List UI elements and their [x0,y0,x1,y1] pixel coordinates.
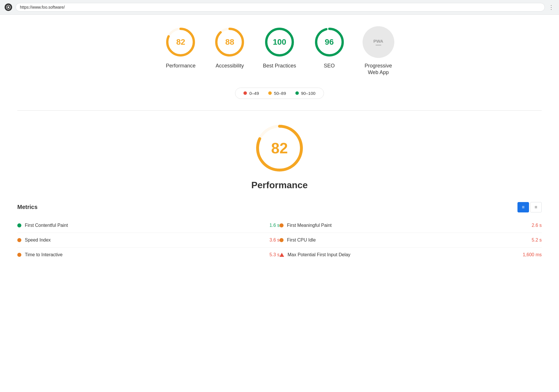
score-label-pwa: ProgressiveWeb App [365,63,392,76]
score-value-seo: 96 [325,37,334,47]
pwa-label: PWA [373,39,383,44]
big-score-value: 82 [271,140,288,157]
view-toggle: ≡ ≡ [517,202,542,212]
metric-row-si: Speed Index 3.6 s [17,233,280,248]
metric-name-mpfid: Max Potential First Input Delay [288,252,519,257]
metrics-grid: First Contentful Paint 1.6 s Speed Index… [17,218,542,262]
legend-dot-low [243,91,247,95]
metrics-header: Metrics ≡ ≡ [17,202,542,212]
metric-name-tti: Time to Interactive [25,252,266,257]
score-label-performance: Performance [166,63,196,69]
score-item-best-practices: 100 Best Practices [263,26,296,69]
browser-menu-icon[interactable]: ⋮ [548,4,554,11]
metric-name-si: Speed Index [25,238,266,243]
legend-item-low: 0–49 [243,91,259,96]
list-view-button[interactable]: ≡ [517,202,529,212]
score-value-performance: 82 [176,37,185,47]
metric-indicator-si [17,238,21,242]
main-content: 82 Performance 88 Accessibility [0,15,559,274]
legend-item-high: 90–100 [295,91,316,96]
circle-accessibility: 88 [214,26,245,58]
metrics-title: Metrics [17,204,37,210]
legend-item-mid: 50–89 [268,91,286,96]
metric-row-mpfid: Max Potential First Input Delay 1,600 ms [280,248,542,262]
browser-logo [5,3,12,11]
list-view-icon: ≡ [522,205,524,210]
metric-name-fci: First CPU Idle [287,238,528,243]
score-value-best-practices: 100 [273,37,286,47]
metric-indicator-fci [280,238,284,242]
metrics-col-right: First Meaningful Paint 2.6 s First CPU I… [280,218,542,262]
metric-indicator-fcp [17,223,21,227]
metric-name-fmp: First Meaningful Paint [287,223,528,228]
metric-value-si: 3.6 s [269,238,280,243]
metric-indicator-fmp [280,223,284,227]
metric-value-mpfid: 1,600 ms [523,252,542,257]
circle-performance: 82 [165,26,196,58]
metric-value-tti: 5.3 s [269,252,280,257]
legend-label-low: 0–49 [249,91,259,96]
metric-row-fci: First CPU Idle 5.2 s [280,233,542,248]
grid-view-icon: ≡ [534,205,537,210]
circle-seo: 96 [314,26,345,58]
legend-dot-mid [268,91,272,95]
metrics-col-left: First Contentful Paint 1.6 s Speed Index… [17,218,280,262]
metric-indicator-tti [17,253,21,257]
metric-indicator-mpfid [280,253,284,257]
grid-view-button[interactable]: ≡ [530,202,542,212]
score-item-performance: 82 Performance [165,26,196,69]
score-item-accessibility: 88 Accessibility [214,26,245,69]
browser-bar: https://www.foo.software/ ⋮ [0,0,559,15]
legend: 0–49 50–89 90–100 [235,88,324,99]
big-score-label: Performance [251,180,308,191]
score-value-accessibility: 88 [225,37,234,47]
big-circle-performance: 82 [254,122,305,174]
legend-dot-high [295,91,299,95]
metric-row-tti: Time to Interactive 5.3 s [17,248,280,262]
metric-name-fcp: First Contentful Paint [25,223,266,228]
metrics-section: Metrics ≡ ≡ First Contentful Paint 1.6 s [17,202,542,262]
circle-pwa: PWA [363,26,394,58]
legend-label-high: 90–100 [301,91,316,96]
metric-value-fmp: 2.6 s [532,223,542,228]
score-item-pwa: PWA ProgressiveWeb App [363,26,394,76]
section-divider [17,110,542,111]
url-bar[interactable]: https://www.foo.software/ [16,3,545,12]
metric-value-fcp: 1.6 s [269,223,280,228]
legend-label-mid: 50–89 [274,91,286,96]
scores-row: 82 Performance 88 Accessibility [17,26,542,76]
svg-point-1 [7,6,9,8]
score-label-accessibility: Accessibility [215,63,244,69]
metric-row-fmp: First Meaningful Paint 2.6 s [280,218,542,233]
score-label-best-practices: Best Practices [263,63,296,69]
score-item-seo: 96 SEO [314,26,345,69]
big-score-section: 82 Performance [17,122,542,191]
metric-value-fci: 5.2 s [532,238,542,243]
score-label-seo: SEO [324,63,335,69]
circle-best-practices: 100 [264,26,295,58]
metric-row-fcp: First Contentful Paint 1.6 s [17,218,280,233]
pwa-dash [376,45,381,46]
